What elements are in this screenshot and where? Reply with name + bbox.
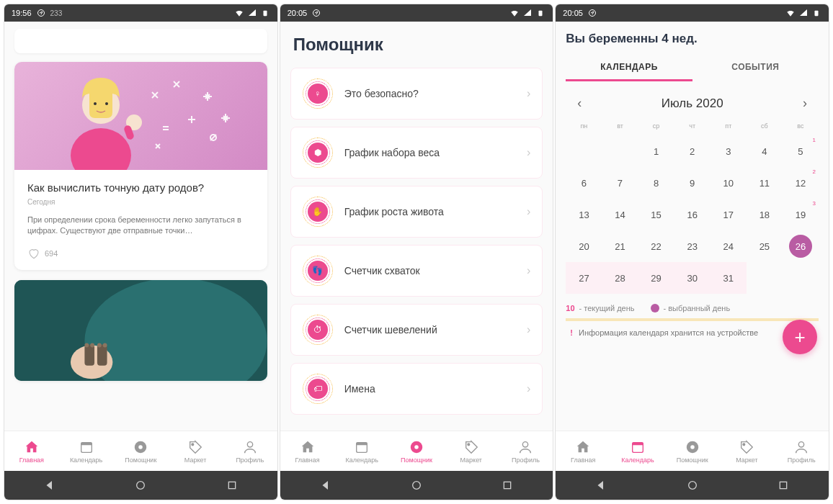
status-icon	[36, 8, 46, 18]
calendar-day[interactable]: 25	[747, 230, 783, 262]
helper-item-5[interactable]: 🏷Имена›	[290, 363, 543, 415]
calendar-day[interactable]: 1	[638, 135, 674, 167]
calendar-day[interactable]: 26	[783, 230, 819, 262]
calendar-day[interactable]: 20	[566, 230, 602, 262]
recent-button[interactable]	[772, 474, 794, 496]
calendar-day[interactable]: 16	[674, 199, 710, 230]
calendar-day[interactable]: 10	[710, 167, 747, 199]
tab-events[interactable]: СОБЫТИЯ	[692, 55, 819, 81]
nav-person[interactable]: Профиль	[774, 431, 829, 471]
nav-home[interactable]: Главная	[280, 431, 335, 471]
svg-point-41	[690, 445, 695, 449]
calendar-day[interactable]: 24	[710, 230, 747, 262]
calendar-day[interactable]: 2	[674, 135, 710, 167]
svg-point-5	[105, 102, 108, 105]
person-icon	[517, 439, 533, 455]
back-button[interactable]	[590, 474, 612, 496]
month-name: Июль 2020	[662, 96, 723, 111]
svg-rect-12	[84, 344, 94, 365]
helper-icon: ⏱	[303, 315, 333, 345]
svg-point-23	[247, 441, 252, 446]
helper-item-2[interactable]: ✋График роста живота›	[290, 186, 543, 238]
svg-rect-13	[97, 344, 107, 365]
calendar-day[interactable]: 18	[747, 199, 783, 230]
bottom-nav: ГлавнаяКалендарьПомощникМаркетПрофиль	[556, 431, 829, 471]
calendar-day[interactable]: 21	[602, 230, 638, 262]
nav-home[interactable]: Главная	[556, 431, 610, 471]
bottom-nav: ГлавнаяКалендарьПомощникМаркетПрофиль	[280, 431, 553, 471]
disc-icon	[685, 439, 700, 455]
calendar-day[interactable]: 27	[566, 262, 602, 294]
nav-tag[interactable]: Маркет	[444, 431, 499, 471]
back-button[interactable]	[315, 474, 337, 496]
back-button[interactable]	[39, 474, 61, 496]
svg-point-34	[413, 482, 421, 490]
nav-person[interactable]: Профиль	[223, 431, 277, 471]
calendar-day[interactable]: 15	[638, 199, 674, 230]
calendar-day[interactable]: 4	[747, 135, 783, 167]
calendar-day[interactable]: 8	[638, 167, 674, 199]
calendar-day[interactable]: 28	[602, 262, 638, 294]
helper-content: Помощник ♀Это безопасно?›⬢График набора …	[280, 22, 553, 431]
calendar-day[interactable]: 7	[602, 167, 638, 199]
nav-tag[interactable]: Маркет	[720, 431, 775, 471]
nav-person[interactable]: Профиль	[499, 431, 553, 471]
helper-icon: ♀	[303, 78, 333, 109]
nav-label: Главная	[571, 456, 595, 464]
nav-calendar[interactable]: Календарь	[334, 431, 389, 471]
article-card[interactable]: Как вычислить точную дату родов? Сегодня…	[14, 62, 267, 270]
calendar-day[interactable]: 30	[674, 262, 710, 294]
svg-point-4	[94, 102, 97, 105]
calendar-day[interactable]: 23	[674, 230, 710, 262]
home-button[interactable]	[406, 474, 427, 496]
nav-disc[interactable]: Помощник	[113, 431, 168, 471]
calendar-grid: 1234516789101112213141516171819320212223…	[566, 135, 819, 294]
nav-tag[interactable]: Маркет	[168, 431, 223, 471]
calendar-day[interactable]: 22	[638, 230, 674, 262]
calendar-day[interactable]: 11	[747, 167, 783, 199]
nav-home[interactable]: Главная	[4, 431, 59, 471]
wifi-icon	[509, 8, 520, 18]
calendar-day[interactable]: 122	[783, 167, 819, 199]
nav-disc[interactable]: Помощник	[389, 431, 444, 471]
calendar-content: Вы беременны 4 нед. КАЛЕНДАРЬ СОБЫТИЯ ‹ …	[556, 22, 829, 431]
calendar-day[interactable]: 6	[566, 167, 602, 199]
helper-item-3[interactable]: 👣Счетчик схваток›	[290, 245, 543, 297]
article-card-2[interactable]	[14, 280, 267, 381]
helper-label: Счетчик шевелений	[344, 324, 515, 336]
calendar-day[interactable]: 29	[638, 262, 674, 294]
calendar-day[interactable]: 17	[710, 199, 747, 230]
calendar-day[interactable]: 193	[783, 199, 819, 230]
signal-icon	[798, 8, 808, 18]
calendar-day[interactable]: 3	[710, 135, 747, 167]
recent-button[interactable]	[496, 474, 518, 496]
helper-item-4[interactable]: ⏱Счетчик шевелений›	[290, 304, 543, 356]
calendar-day[interactable]: 31	[710, 262, 747, 294]
card-stub[interactable]	[14, 29, 267, 53]
calendar-day[interactable]: 14	[602, 199, 638, 230]
helper-label: Это безопасно?	[344, 88, 515, 99]
home-button[interactable]	[682, 474, 703, 496]
tab-calendar[interactable]: КАЛЕНДАРЬ	[566, 55, 692, 81]
svg-rect-37	[815, 11, 819, 17]
home-button[interactable]	[130, 474, 151, 496]
calendar-day[interactable]: 9	[674, 167, 710, 199]
calendar-day[interactable]: 51	[783, 135, 819, 167]
article-likes[interactable]: 694	[27, 247, 254, 260]
home-icon	[575, 439, 591, 455]
helper-item-1[interactable]: ⬢График набора веса›	[290, 127, 543, 179]
helper-label: График роста живота	[344, 206, 515, 217]
nav-calendar[interactable]: Календарь	[59, 431, 114, 471]
nav-disc[interactable]: Помощник	[665, 431, 720, 471]
prev-month[interactable]: ‹	[571, 93, 587, 114]
nav-calendar[interactable]: Календарь	[610, 431, 665, 471]
info-text: Информация календаря хранится на устройс…	[579, 328, 758, 337]
calendar-day[interactable]: 13	[566, 199, 602, 230]
next-month[interactable]: ›	[797, 93, 813, 114]
day-badge: 3	[813, 200, 816, 207]
recent-button[interactable]	[221, 474, 243, 496]
page-title: Помощник	[290, 35, 543, 55]
add-button[interactable]: +	[783, 320, 817, 354]
status-time: 20:05	[288, 9, 308, 17]
helper-item-0[interactable]: ♀Это безопасно?›	[290, 68, 543, 120]
